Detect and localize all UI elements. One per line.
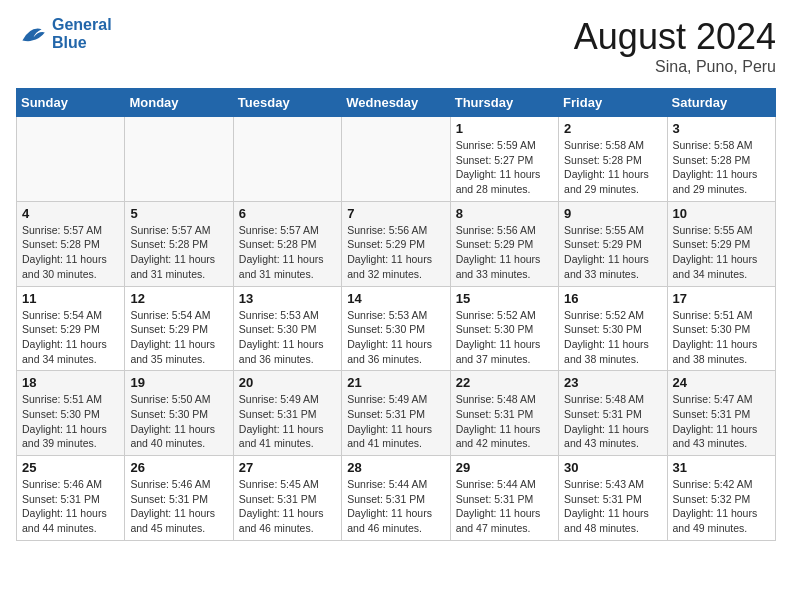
header-tuesday: Tuesday xyxy=(233,89,341,117)
day-info: Sunrise: 5:57 AM Sunset: 5:28 PM Dayligh… xyxy=(22,223,119,282)
day-number: 23 xyxy=(564,375,661,390)
day-number: 20 xyxy=(239,375,336,390)
day-number: 21 xyxy=(347,375,444,390)
day-number: 3 xyxy=(673,121,770,136)
day-info: Sunrise: 5:57 AM Sunset: 5:28 PM Dayligh… xyxy=(130,223,227,282)
calendar-cell xyxy=(17,117,125,202)
calendar-week-1: 1 Sunrise: 5:59 AM Sunset: 5:27 PM Dayli… xyxy=(17,117,776,202)
calendar-cell: 17 Sunrise: 5:51 AM Sunset: 5:30 PM Dayl… xyxy=(667,286,775,371)
title-block: August 2024 Sina, Puno, Peru xyxy=(574,16,776,76)
calendar-cell: 7 Sunrise: 5:56 AM Sunset: 5:29 PM Dayli… xyxy=(342,201,450,286)
location-subtitle: Sina, Puno, Peru xyxy=(574,58,776,76)
logo: General Blue xyxy=(16,16,112,52)
day-number: 12 xyxy=(130,291,227,306)
day-number: 2 xyxy=(564,121,661,136)
calendar-cell: 19 Sunrise: 5:50 AM Sunset: 5:30 PM Dayl… xyxy=(125,371,233,456)
day-info: Sunrise: 5:56 AM Sunset: 5:29 PM Dayligh… xyxy=(456,223,553,282)
calendar-cell: 30 Sunrise: 5:43 AM Sunset: 5:31 PM Dayl… xyxy=(559,456,667,541)
day-info: Sunrise: 5:52 AM Sunset: 5:30 PM Dayligh… xyxy=(456,308,553,367)
calendar-cell: 28 Sunrise: 5:44 AM Sunset: 5:31 PM Dayl… xyxy=(342,456,450,541)
calendar-cell: 8 Sunrise: 5:56 AM Sunset: 5:29 PM Dayli… xyxy=(450,201,558,286)
day-number: 15 xyxy=(456,291,553,306)
calendar-cell: 16 Sunrise: 5:52 AM Sunset: 5:30 PM Dayl… xyxy=(559,286,667,371)
header-friday: Friday xyxy=(559,89,667,117)
day-number: 7 xyxy=(347,206,444,221)
day-info: Sunrise: 5:49 AM Sunset: 5:31 PM Dayligh… xyxy=(347,392,444,451)
day-info: Sunrise: 5:48 AM Sunset: 5:31 PM Dayligh… xyxy=(456,392,553,451)
day-info: Sunrise: 5:49 AM Sunset: 5:31 PM Dayligh… xyxy=(239,392,336,451)
day-number: 24 xyxy=(673,375,770,390)
calendar-cell: 12 Sunrise: 5:54 AM Sunset: 5:29 PM Dayl… xyxy=(125,286,233,371)
day-info: Sunrise: 5:55 AM Sunset: 5:29 PM Dayligh… xyxy=(564,223,661,282)
calendar-cell: 27 Sunrise: 5:45 AM Sunset: 5:31 PM Dayl… xyxy=(233,456,341,541)
calendar-cell: 29 Sunrise: 5:44 AM Sunset: 5:31 PM Dayl… xyxy=(450,456,558,541)
day-info: Sunrise: 5:48 AM Sunset: 5:31 PM Dayligh… xyxy=(564,392,661,451)
day-info: Sunrise: 5:53 AM Sunset: 5:30 PM Dayligh… xyxy=(347,308,444,367)
day-number: 6 xyxy=(239,206,336,221)
day-number: 14 xyxy=(347,291,444,306)
day-number: 10 xyxy=(673,206,770,221)
day-info: Sunrise: 5:42 AM Sunset: 5:32 PM Dayligh… xyxy=(673,477,770,536)
day-info: Sunrise: 5:51 AM Sunset: 5:30 PM Dayligh… xyxy=(673,308,770,367)
day-number: 1 xyxy=(456,121,553,136)
day-number: 4 xyxy=(22,206,119,221)
calendar-cell: 2 Sunrise: 5:58 AM Sunset: 5:28 PM Dayli… xyxy=(559,117,667,202)
day-info: Sunrise: 5:43 AM Sunset: 5:31 PM Dayligh… xyxy=(564,477,661,536)
day-info: Sunrise: 5:56 AM Sunset: 5:29 PM Dayligh… xyxy=(347,223,444,282)
calendar-cell: 5 Sunrise: 5:57 AM Sunset: 5:28 PM Dayli… xyxy=(125,201,233,286)
calendar-cell: 24 Sunrise: 5:47 AM Sunset: 5:31 PM Dayl… xyxy=(667,371,775,456)
calendar-cell: 21 Sunrise: 5:49 AM Sunset: 5:31 PM Dayl… xyxy=(342,371,450,456)
day-info: Sunrise: 5:46 AM Sunset: 5:31 PM Dayligh… xyxy=(130,477,227,536)
day-number: 13 xyxy=(239,291,336,306)
calendar-cell xyxy=(233,117,341,202)
day-number: 8 xyxy=(456,206,553,221)
calendar-week-3: 11 Sunrise: 5:54 AM Sunset: 5:29 PM Dayl… xyxy=(17,286,776,371)
day-info: Sunrise: 5:47 AM Sunset: 5:31 PM Dayligh… xyxy=(673,392,770,451)
day-number: 25 xyxy=(22,460,119,475)
day-number: 9 xyxy=(564,206,661,221)
day-number: 26 xyxy=(130,460,227,475)
calendar-week-4: 18 Sunrise: 5:51 AM Sunset: 5:30 PM Dayl… xyxy=(17,371,776,456)
day-number: 17 xyxy=(673,291,770,306)
calendar-cell: 23 Sunrise: 5:48 AM Sunset: 5:31 PM Dayl… xyxy=(559,371,667,456)
logo-text: General Blue xyxy=(52,16,112,52)
calendar-cell: 4 Sunrise: 5:57 AM Sunset: 5:28 PM Dayli… xyxy=(17,201,125,286)
calendar-cell: 18 Sunrise: 5:51 AM Sunset: 5:30 PM Dayl… xyxy=(17,371,125,456)
calendar-cell: 20 Sunrise: 5:49 AM Sunset: 5:31 PM Dayl… xyxy=(233,371,341,456)
calendar-cell: 31 Sunrise: 5:42 AM Sunset: 5:32 PM Dayl… xyxy=(667,456,775,541)
calendar-cell: 15 Sunrise: 5:52 AM Sunset: 5:30 PM Dayl… xyxy=(450,286,558,371)
calendar-cell xyxy=(125,117,233,202)
logo-icon xyxy=(16,18,48,50)
weekday-header-row: Sunday Monday Tuesday Wednesday Thursday… xyxy=(17,89,776,117)
calendar-cell: 13 Sunrise: 5:53 AM Sunset: 5:30 PM Dayl… xyxy=(233,286,341,371)
day-number: 19 xyxy=(130,375,227,390)
calendar-cell: 1 Sunrise: 5:59 AM Sunset: 5:27 PM Dayli… xyxy=(450,117,558,202)
calendar-cell: 25 Sunrise: 5:46 AM Sunset: 5:31 PM Dayl… xyxy=(17,456,125,541)
day-info: Sunrise: 5:53 AM Sunset: 5:30 PM Dayligh… xyxy=(239,308,336,367)
calendar-cell xyxy=(342,117,450,202)
day-info: Sunrise: 5:45 AM Sunset: 5:31 PM Dayligh… xyxy=(239,477,336,536)
day-info: Sunrise: 5:46 AM Sunset: 5:31 PM Dayligh… xyxy=(22,477,119,536)
day-info: Sunrise: 5:54 AM Sunset: 5:29 PM Dayligh… xyxy=(22,308,119,367)
calendar-cell: 6 Sunrise: 5:57 AM Sunset: 5:28 PM Dayli… xyxy=(233,201,341,286)
page-header: General Blue August 2024 Sina, Puno, Per… xyxy=(16,16,776,76)
calendar-cell: 9 Sunrise: 5:55 AM Sunset: 5:29 PM Dayli… xyxy=(559,201,667,286)
day-number: 30 xyxy=(564,460,661,475)
day-number: 16 xyxy=(564,291,661,306)
day-info: Sunrise: 5:55 AM Sunset: 5:29 PM Dayligh… xyxy=(673,223,770,282)
day-number: 22 xyxy=(456,375,553,390)
day-info: Sunrise: 5:59 AM Sunset: 5:27 PM Dayligh… xyxy=(456,138,553,197)
day-number: 31 xyxy=(673,460,770,475)
day-info: Sunrise: 5:44 AM Sunset: 5:31 PM Dayligh… xyxy=(456,477,553,536)
month-title: August 2024 xyxy=(574,16,776,58)
calendar-cell: 26 Sunrise: 5:46 AM Sunset: 5:31 PM Dayl… xyxy=(125,456,233,541)
day-info: Sunrise: 5:52 AM Sunset: 5:30 PM Dayligh… xyxy=(564,308,661,367)
day-number: 28 xyxy=(347,460,444,475)
day-number: 11 xyxy=(22,291,119,306)
header-wednesday: Wednesday xyxy=(342,89,450,117)
day-number: 18 xyxy=(22,375,119,390)
header-sunday: Sunday xyxy=(17,89,125,117)
calendar-cell: 10 Sunrise: 5:55 AM Sunset: 5:29 PM Dayl… xyxy=(667,201,775,286)
header-saturday: Saturday xyxy=(667,89,775,117)
calendar-cell: 11 Sunrise: 5:54 AM Sunset: 5:29 PM Dayl… xyxy=(17,286,125,371)
